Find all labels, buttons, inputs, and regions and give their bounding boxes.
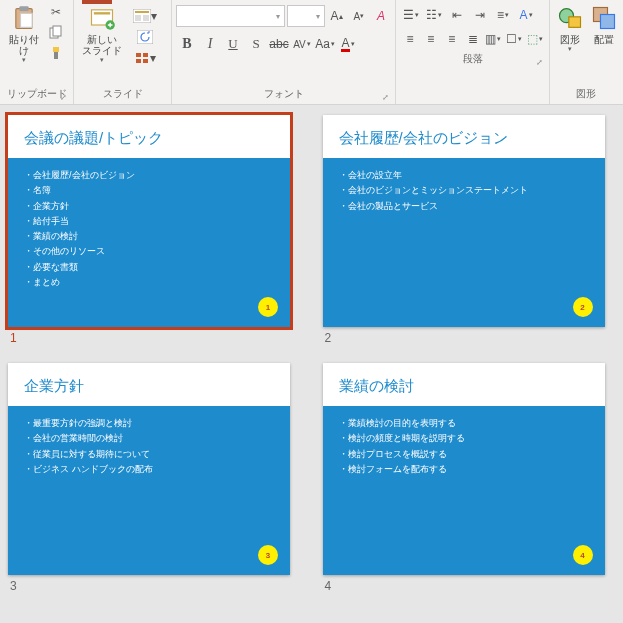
shadow-button[interactable]: S [245,33,267,55]
decrease-font-button[interactable]: A▾ [349,5,369,27]
indent-icon: ⇥ [475,8,485,22]
align-right-button[interactable]: ≡ [442,28,462,50]
comment-badge[interactable]: 1 [258,297,278,317]
copy-icon [49,25,63,42]
comment-badge[interactable]: 3 [258,545,278,565]
clear-format-button[interactable]: A [371,5,391,27]
new-slide-icon [88,4,116,32]
svg-rect-16 [143,53,148,57]
new-slide-label: 新しい スライド [82,34,122,56]
paste-button[interactable]: 貼り付け ▾ [4,2,44,66]
svg-rect-5 [53,47,59,52]
group-drawing: 図形 ▾ 配置 図形 [550,0,622,104]
eraser-icon: A [377,9,385,23]
align-right-icon: ≡ [448,32,455,46]
align-center-button[interactable]: ≡ [421,28,441,50]
comment-badge[interactable]: 2 [573,297,593,317]
italic-button[interactable]: I [199,33,221,55]
slide-bullet: その他のリソース [24,244,274,259]
font-name-combo[interactable]: ▾ [176,5,285,27]
layout-button[interactable]: ▾ [128,6,162,26]
columns-icon: ▥ [485,32,496,46]
svg-rect-13 [143,15,149,21]
slide-thumb[interactable]: 企業方針最重要方針の強調と検討会社の営業時間の検討従業員に対する期待についてビジ… [8,363,290,575]
group-label: フォント [264,88,304,99]
change-case-button[interactable]: Aa▾ [314,33,336,55]
scissors-icon: ✂ [51,5,61,19]
justify-button[interactable]: ≣ [463,28,483,50]
group-slides: 新しい スライド ▾ ▾ ▾ スライド [74,0,172,104]
slide-number: 2 [325,331,616,345]
reset-button[interactable] [128,27,162,47]
font-color-button[interactable]: A▾ [337,33,359,55]
smartart-button[interactable]: ⬚▾ [525,28,545,50]
line-spacing-button[interactable]: ≡▾ [492,4,514,26]
underline-button[interactable]: U [222,33,244,55]
text-direction-button[interactable]: A▾ [515,4,537,26]
slide-title-band: 会社履歴/会社のビジョン [323,115,605,158]
shapes-button[interactable]: 図形 ▾ [554,2,586,55]
copy-button[interactable] [46,23,66,43]
section-button[interactable]: ▾ [128,48,162,68]
slide-title: 企業方針 [24,377,274,396]
slide-bullet: 会社の製品とサービス [339,199,589,214]
increase-indent-button[interactable]: ⇥ [469,4,491,26]
bullets-button[interactable]: ☰▾ [400,4,422,26]
line-spacing-icon: ≡ [497,8,504,22]
group-label: リップボード [7,88,67,99]
slide-title-band: 会議の議題/トピック [8,115,290,158]
columns-button[interactable]: ▥▾ [483,28,503,50]
slide-title: 業績の検討 [339,377,589,396]
slide-bullet: 必要な書類 [24,260,274,275]
chevron-down-icon: ▾ [100,56,104,64]
slide-bullet: 会社の営業時間の検討 [24,431,274,446]
chevron-down-icon: ▾ [22,56,26,64]
slide-bullet: 検討プロセスを概説する [339,447,589,462]
font-color-icon: A [341,37,349,52]
slide-body: 会社の設立年会社のビジョンとミッションステートメント会社の製品とサービス [323,158,605,224]
paste-icon [10,4,38,32]
format-painter-button[interactable] [46,44,66,64]
new-slide-button[interactable]: 新しい スライド ▾ [78,2,126,66]
numbering-button[interactable]: ☷▾ [423,4,445,26]
slide-body: 会社履歴/会社のビジョン名簿企業方針給付手当業績の検討その他のリソース必要な書類… [8,158,290,300]
char-spacing-button[interactable]: AV▾ [291,33,313,55]
increase-font-button[interactable]: A▴ [327,5,347,27]
font-size-combo[interactable]: ▾ [287,5,325,27]
cut-button[interactable]: ✂ [46,2,66,22]
decrease-indent-button[interactable]: ⇤ [446,4,468,26]
brush-icon [49,46,63,63]
strike-button[interactable]: abc [268,33,290,55]
slide-thumbnail[interactable]: 会議の議題/トピック会社履歴/会社のビジョン名簿企業方針給付手当業績の検討その他… [8,115,301,345]
group-clipboard: 貼り付け ▾ ✂ リップボード⤢ [0,0,74,104]
group-label: スライド [103,88,143,99]
slide-thumb[interactable]: 会社履歴/会社のビジョン会社の設立年会社のビジョンとミッションステートメント会社… [323,115,605,327]
group-font: ▾ ▾ A▴ A▾ A B I U S abc AV▾ Aa▾ A▾ フォント⤢ [172,0,396,104]
justify-icon: ≣ [468,32,478,46]
svg-rect-14 [137,30,153,44]
slide-thumb[interactable]: 会議の議題/トピック会社履歴/会社のビジョン名簿企業方針給付手当業績の検討その他… [8,115,290,327]
chevron-down-icon: ▾ [276,12,280,21]
svg-rect-11 [135,11,149,13]
slide-bullet: 検討の頻度と時期を説明する [339,431,589,446]
slide-thumbnail[interactable]: 業績の検討業績検討の目的を表明する検討の頻度と時期を説明する検討プロセスを概説す… [323,363,616,593]
slide-thumbnail[interactable]: 会社履歴/会社のビジョン会社の設立年会社のビジョンとミッションステートメント会社… [323,115,616,345]
slide-bullet: 検討フォームを配布する [339,462,589,477]
slide-bullet: 名簿 [24,183,274,198]
dialog-launcher-icon[interactable]: ⤢ [536,58,543,67]
comment-badge[interactable]: 4 [573,545,593,565]
align-center-icon: ≡ [427,32,434,46]
svg-rect-6 [54,52,58,59]
slide-thumbnail[interactable]: 企業方針最重要方針の強調と検討会社の営業時間の検討従業員に対する期待についてビジ… [8,363,301,593]
arrange-button[interactable]: 配置 [588,2,620,47]
align-left-button[interactable]: ≡ [400,28,420,50]
dialog-launcher-icon[interactable]: ⤢ [60,93,67,102]
group-label: 段落 [463,53,483,64]
svg-rect-4 [53,26,61,36]
slide-title-band: 企業方針 [8,363,290,406]
align-text-button[interactable]: ☐▾ [504,28,524,50]
slide-thumb[interactable]: 業績の検討業績検討の目的を表明する検討の頻度と時期を説明する検討プロセスを概説す… [323,363,605,575]
bold-button[interactable]: B [176,33,198,55]
dialog-launcher-icon[interactable]: ⤢ [382,93,389,102]
slide-bullet: 最重要方針の強調と検討 [24,416,274,431]
